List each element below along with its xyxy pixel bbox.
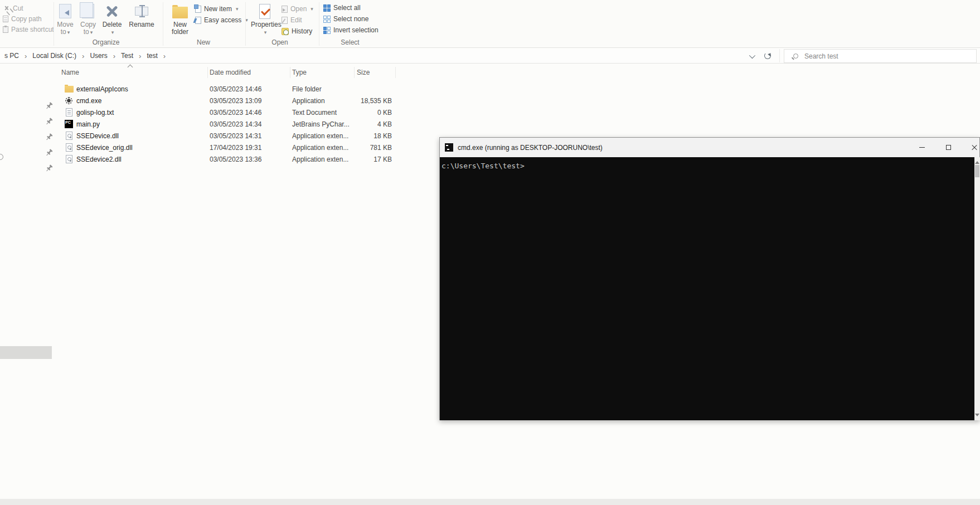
new-item-button[interactable]: New item ▾ [195,4,239,13]
breadcrumb-chevron-icon[interactable]: › [138,52,142,60]
cmd-app-icon [445,143,453,152]
minimize-button[interactable] [913,138,932,157]
column-header-type[interactable]: Type [292,69,307,76]
file-row[interactable]: SSEDevice.dll 03/05/2023 14:31 Applicati… [53,130,399,142]
breadcrumb-item[interactable]: test [143,52,161,60]
file-row[interactable]: cmd.exe 03/05/2023 13:09 Application 18,… [53,95,399,107]
copy-path-icon [3,16,8,22]
ribbon-group-separator [319,2,319,46]
pycharm-file-icon: PC [65,120,73,128]
copy-to-button[interactable]: Copy to▾ [77,2,99,36]
sort-ascending-icon [128,65,133,70]
select-all-label: Select all [333,4,361,12]
open-group-label: Open [251,38,309,46]
clipped-nav-icon [0,154,3,160]
rename-button[interactable]: Rename [126,2,157,28]
column-divider[interactable] [290,67,290,78]
delete-x-icon [105,4,119,18]
file-date-modified: 03/05/2023 14:31 [210,132,261,140]
column-divider[interactable] [395,67,396,78]
delete-button[interactable]: Delete ▾ [100,2,124,36]
invert-selection-button[interactable]: Invert selection [323,26,379,35]
console-scrollbar[interactable] [974,157,980,420]
breadcrumb-item[interactable]: Test [118,52,137,60]
ribbon-group-separator [54,2,54,46]
scroll-down-icon[interactable] [975,414,979,419]
breadcrumb-chevron-icon[interactable]: › [162,52,167,60]
column-header-row: Name Date modified Type Size [53,65,399,80]
rename-label: Rename [129,21,154,28]
search-input[interactable]: Search test [784,49,977,63]
paste-shortcut-button[interactable]: Paste shortcut [3,25,54,34]
column-header-date-modified[interactable]: Date modified [210,69,251,76]
chevron-down-icon: ▾ [264,30,267,35]
cmd-titlebar[interactable]: cmd.exe (running as DESKTOP-JOORUNO\test… [440,138,979,157]
scroll-up-icon[interactable] [975,159,979,164]
file-type: Application [292,97,325,105]
breadcrumb-item[interactable]: s PC [1,52,22,60]
column-header-name[interactable]: Name [61,69,79,76]
column-divider[interactable] [354,67,355,78]
close-button[interactable] [965,138,980,157]
scissors-icon [3,5,10,12]
cmd-window[interactable]: cmd.exe (running as DESKTOP-JOORUNO\test… [439,137,980,420]
search-placeholder: Search test [804,52,838,60]
console-output[interactable]: c:\Users\Test\test> [440,157,974,420]
bottom-edge-strip [0,499,980,505]
file-row[interactable]: SSEdevice_orig.dll 17/04/2023 19:31 Appl… [53,142,399,154]
breadcrumb: s PC›Local Disk (C:)›Users›Test›test› [1,48,167,63]
select-none-icon [323,16,331,23]
file-type: Application exten... [292,132,348,140]
invert-selection-icon [323,27,331,34]
file-row[interactable]: externalAppIcons 03/05/2023 14:46 File f… [53,84,399,95]
chevron-down-icon: ▾ [67,30,70,35]
pin-icon [45,164,54,173]
invert-selection-label: Invert selection [333,26,379,34]
file-date-modified: 03/05/2023 14:46 [210,85,261,93]
file-date-modified: 03/05/2023 13:36 [210,156,261,163]
file-type: JetBrains PyChar... [292,120,350,128]
file-name: SSEdevice_orig.dll [76,144,133,152]
history-icon [282,28,289,35]
breadcrumb-chevron-icon[interactable]: › [23,52,28,60]
column-divider[interactable] [207,67,208,78]
file-row[interactable]: PC main.py 03/05/2023 14:34 JetBrains Py… [53,119,399,130]
maximize-icon [946,145,951,150]
properties-label: Properties [251,21,282,28]
copy-path-button[interactable]: Copy path [3,14,42,23]
edit-label: Edit [290,16,302,24]
minimize-icon [919,147,925,148]
maximize-button[interactable] [939,138,958,157]
scrollbar-thumb[interactable] [975,165,979,177]
select-none-button[interactable]: Select none [323,14,368,23]
breadcrumb-chevron-icon[interactable]: › [81,52,85,60]
new-folder-icon [172,7,188,18]
gear-file-icon [65,97,72,104]
properties-button[interactable]: Properties ▾ [251,2,279,36]
new-folder-button[interactable]: New folder [167,2,193,36]
open-label: Open [290,5,307,13]
breadcrumb-chevron-icon[interactable]: › [112,52,117,60]
select-group-label: Select [323,38,377,46]
edit-button[interactable]: Edit [282,16,302,25]
gray-scrollbar-fragment[interactable] [0,346,52,359]
refresh-icon[interactable] [764,52,771,59]
cut-button[interactable]: Cut [3,4,23,13]
easy-access-button[interactable]: Easy access ▾ [195,16,248,25]
new-item-label: New item [204,5,232,13]
new-group-label: New [167,38,240,46]
file-row[interactable]: golisp-log.txt 03/05/2023 14:46 Text Doc… [53,107,399,119]
address-dropdown-chevron-icon[interactable] [749,52,755,59]
select-all-button[interactable]: Select all [323,3,361,12]
file-date-modified: 03/05/2023 14:34 [210,120,261,128]
file-row[interactable]: SSEdevice2.dll 03/05/2023 13:36 Applicat… [53,154,399,166]
move-to-button[interactable]: Move to▾ [55,2,76,36]
new-item-icon [195,6,201,13]
history-button[interactable]: History [282,27,312,36]
file-name: SSEdevice2.dll [76,156,122,163]
breadcrumb-item[interactable]: Local Disk (C:) [29,52,80,60]
breadcrumb-item[interactable]: Users [86,52,110,60]
column-header-size[interactable]: Size [357,69,370,76]
file-size: 18 KB [348,132,392,140]
open-button[interactable]: Open ▾ [282,4,313,13]
